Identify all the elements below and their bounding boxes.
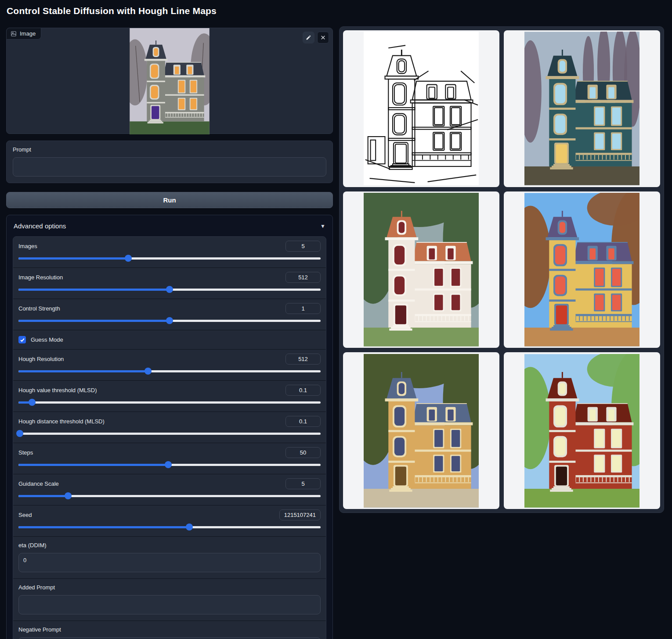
hough-resolution-value-input[interactable]: 512 [285, 354, 321, 365]
control-strength-label: Control Strength [18, 305, 60, 312]
slider-handle[interactable] [166, 317, 173, 324]
page-title: Control Stable Diffusion with Hough Line… [7, 6, 217, 16]
gallery-item-hough-line-map[interactable] [343, 30, 499, 187]
seed-slider[interactable] [18, 523, 321, 531]
hough-value-threshold-mlsd-slider[interactable] [18, 399, 321, 406]
setting-row-steps: Steps50 [13, 443, 326, 474]
input-image-component: Image [6, 28, 333, 134]
setting-row-hough-distance-threshold-mlsd: Hough distance threshold (MLSD)0.1 [13, 412, 326, 443]
image-resolution-value-input[interactable]: 512 [285, 272, 321, 283]
slider-track [18, 401, 321, 404]
control-strength-value-input[interactable]: 1 [285, 303, 321, 314]
x-icon [320, 35, 326, 40]
negative-prompt-input[interactable] [18, 637, 321, 639]
slider-handle[interactable] [65, 492, 72, 499]
advanced-options-title: Advanced options [14, 222, 66, 230]
hough-distance-threshold-mlsd-value-input[interactable]: 0.1 [285, 416, 321, 427]
gallery-item-generated-image-white-house[interactable] [343, 191, 499, 348]
slider-handle[interactable] [145, 368, 152, 375]
slider-handle[interactable] [186, 523, 193, 531]
image-actions [303, 32, 329, 43]
slider-track [18, 257, 321, 260]
setting-row-guess-mode: Guess Mode [13, 330, 326, 350]
image-component-label: Image [6, 28, 41, 40]
left-column: Image Prompt Run Advanced options ▼ Imag… [6, 28, 333, 639]
advanced-options-accordion: Advanced options ▼ Images5Image Resoluti… [6, 215, 333, 639]
setting-row-control-strength: Control Strength1 [13, 299, 326, 330]
images-slider[interactable] [18, 255, 321, 262]
hough-resolution-label: Hough Resolution [18, 356, 64, 362]
guess-mode-label: Guess Mode [31, 336, 63, 343]
advanced-options-form: Images5Image Resolution512Control Streng… [13, 236, 326, 639]
guidance-scale-slider[interactable] [18, 492, 321, 499]
image-component-label-text: Image [20, 30, 36, 37]
setting-row-images: Images5 [13, 237, 326, 268]
run-button[interactable]: Run [6, 192, 333, 208]
setting-row-eta-ddim: eta (DDIM)0 [13, 537, 326, 579]
setting-row-negative-prompt: Negative Prompt [13, 621, 326, 639]
setting-row-hough-resolution: Hough Resolution512 [13, 350, 326, 381]
result-gallery [339, 26, 664, 513]
images-value-input[interactable]: 5 [285, 241, 321, 252]
slider-track [18, 495, 321, 497]
setting-row-guidance-scale: Guidance Scale5 [13, 474, 326, 505]
prompt-label: Prompt [13, 146, 326, 153]
added-prompt-input[interactable] [18, 595, 321, 614]
prompt-input[interactable] [13, 157, 326, 177]
hough-value-threshold-mlsd-label: Hough value threshold (MLSD) [18, 387, 97, 394]
steps-value-input[interactable]: 50 [285, 447, 321, 458]
slider-handle[interactable] [165, 461, 172, 468]
image-resolution-label: Image Resolution [18, 274, 63, 281]
edit-image-button[interactable] [303, 32, 314, 43]
control-strength-slider[interactable] [18, 317, 321, 324]
added-prompt-label: Added Prompt [18, 584, 321, 591]
guess-mode-checkbox[interactable] [18, 336, 26, 343]
image-resolution-slider[interactable] [18, 286, 321, 293]
prompt-component: Prompt [6, 141, 333, 183]
setting-row-hough-value-threshold-mlsd: Hough value threshold (MLSD)0.1 [13, 381, 326, 412]
clear-image-button[interactable] [317, 32, 329, 43]
hough-value-threshold-mlsd-value-input[interactable]: 0.1 [285, 385, 321, 396]
check-icon [20, 337, 25, 343]
advanced-options-header[interactable]: Advanced options ▼ [7, 215, 332, 236]
seed-label: Seed [18, 512, 32, 518]
pencil-icon [306, 35, 311, 40]
slider-handle[interactable] [166, 286, 173, 293]
hough-resolution-slider[interactable] [18, 368, 321, 375]
slider-track [18, 526, 321, 528]
setting-row-added-prompt: Added Prompt [13, 579, 326, 621]
slider-track [18, 370, 321, 372]
guidance-scale-label: Guidance Scale [18, 480, 59, 487]
slider-handle[interactable] [16, 430, 23, 437]
slider-track [18, 433, 321, 435]
negative-prompt-label: Negative Prompt [18, 626, 321, 633]
slider-handle[interactable] [125, 255, 132, 262]
chevron-down-icon: ▼ [320, 223, 325, 229]
eta-ddim-input[interactable]: 0 [18, 553, 321, 572]
guidance-scale-value-input[interactable]: 5 [285, 478, 321, 489]
steps-slider[interactable] [18, 461, 321, 468]
setting-row-seed: Seed1215107241 [13, 505, 326, 537]
gallery-item-generated-image-teal-house[interactable] [504, 30, 660, 187]
setting-row-image-resolution: Image Resolution512 [13, 268, 326, 299]
hough-distance-threshold-mlsd-slider[interactable] [18, 430, 321, 437]
images-label: Images [18, 243, 37, 249]
gallery-item-generated-image-red-brick-house[interactable] [504, 352, 660, 509]
gallery-item-generated-image-gold-house[interactable] [343, 352, 499, 509]
victorian-house-photo[interactable] [130, 28, 210, 134]
image-icon [11, 31, 17, 37]
eta-ddim-label: eta (DDIM) [18, 542, 321, 549]
seed-value-input[interactable]: 1215107241 [279, 509, 321, 520]
steps-label: Steps [18, 449, 33, 456]
slider-handle[interactable] [29, 399, 36, 406]
hough-distance-threshold-mlsd-label: Hough distance threshold (MLSD) [18, 418, 105, 425]
gallery-item-generated-image-yellow-house[interactable] [504, 191, 660, 348]
